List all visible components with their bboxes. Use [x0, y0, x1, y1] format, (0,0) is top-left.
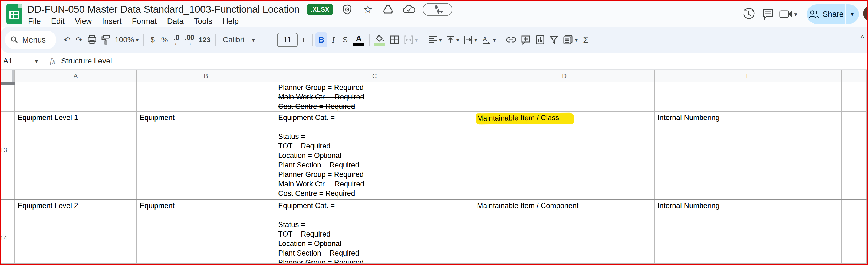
cell-C14[interactable]: Equipment Cat. = Status = TOT = Required…	[275, 200, 474, 264]
menu-file[interactable]: File	[24, 16, 44, 27]
cell-D14-text: Maintainable Item / Component	[474, 200, 654, 211]
meet-video-icon[interactable]	[778, 4, 794, 24]
cell-A12[interactable]	[15, 82, 137, 112]
yellow-highlight-annotation: Maintainable Item / Class	[476, 113, 574, 125]
horizontal-align-button[interactable]: ▾	[426, 32, 444, 47]
cell-reference: A1	[3, 57, 12, 65]
cell-A13[interactable]: Equipment Level 1	[15, 112, 137, 200]
spreadsheet-window: DD-FUN-050 Master Data Standard_1003-Fun…	[0, 0, 868, 265]
cell-B14[interactable]: Equipment	[137, 200, 275, 264]
frozen-row-indicator[interactable]	[1, 82, 15, 85]
menu-format[interactable]: Format	[128, 16, 161, 27]
menu-edit[interactable]: Edit	[48, 16, 68, 27]
cell-E14-text: Internal Numbering	[655, 200, 841, 211]
font-select[interactable]: Calibri ▾	[219, 32, 259, 47]
functions-button[interactable]: Σ	[580, 32, 592, 47]
sheets-logo-icon[interactable]	[6, 4, 22, 24]
column-header-E[interactable]: E	[655, 71, 842, 82]
cell-C12-text: Planner Group = Required Main Work Ctr. …	[275, 82, 474, 111]
merge-cells-button[interactable]: ▾	[402, 32, 420, 47]
vertical-align-button[interactable]: ▾	[444, 32, 462, 47]
undo-button[interactable]: ↶	[61, 32, 73, 47]
font-size-input[interactable]: 11	[277, 33, 298, 47]
cell-A14[interactable]: Equipment Level 2	[15, 200, 137, 264]
bold-button[interactable]: B	[315, 32, 328, 47]
format-currency-button[interactable]: $	[147, 32, 159, 47]
cell-B13-text: Equipment	[137, 112, 275, 123]
cell-A14-text: Equipment Level 2	[15, 200, 136, 211]
insert-comment-button[interactable]	[519, 32, 533, 47]
column-header-B[interactable]: B	[137, 71, 275, 82]
cell-E13-text: Internal Numbering	[655, 112, 841, 123]
insert-link-button[interactable]	[504, 32, 519, 47]
fill-color-button[interactable]	[372, 32, 388, 47]
decrease-decimal-button[interactable]: .0←	[170, 32, 182, 47]
row-header-12-partial[interactable]	[1, 82, 15, 112]
column-header-D[interactable]: D	[474, 71, 655, 82]
add-to-drive-icon[interactable]	[381, 3, 395, 16]
menu-tools[interactable]: Tools	[190, 16, 216, 27]
row-number-14: 14	[1, 234, 7, 242]
cell-D12[interactable]	[474, 82, 655, 112]
document-title[interactable]: DD-FUN-050 Master Data Standard_1003-Fun…	[27, 4, 300, 15]
meet-dropdown-caret[interactable]: ▾	[794, 11, 797, 17]
star-icon[interactable]: ☆	[361, 3, 374, 16]
formula-input[interactable]: Structure Level	[61, 57, 112, 65]
strikethrough-button[interactable]: S	[339, 32, 351, 47]
create-filter-button[interactable]	[547, 32, 561, 47]
menu-data[interactable]: Data	[163, 16, 187, 27]
table-views-button[interactable]: ▾	[561, 32, 580, 47]
cell-B13[interactable]: Equipment	[137, 112, 275, 200]
cell-F13[interactable]	[842, 112, 867, 200]
increase-font-size-button[interactable]: +	[298, 32, 310, 47]
column-header-F-partial[interactable]	[842, 71, 867, 82]
cell-F12[interactable]	[842, 82, 867, 112]
column-header-C[interactable]: C	[275, 71, 474, 82]
more-formats-button[interactable]: 123	[196, 32, 212, 47]
cell-E12[interactable]	[655, 82, 842, 112]
row-header-14[interactable]: 14	[1, 200, 15, 264]
share-button[interactable]: Share ▾	[807, 4, 859, 24]
menu-view[interactable]: View	[71, 16, 95, 27]
redo-button[interactable]: ↷	[73, 32, 85, 47]
menu-insert[interactable]: Insert	[98, 16, 126, 27]
text-wrap-button[interactable]: ▾	[461, 32, 479, 47]
text-rotation-button[interactable]: A ▾	[479, 32, 498, 47]
xlsx-badge: .XLSX	[307, 4, 333, 15]
borders-button[interactable]	[388, 32, 402, 47]
share-dropdown-caret[interactable]: ▾	[846, 4, 859, 24]
cloud-saved-icon[interactable]	[402, 3, 415, 16]
gemini-button[interactable]	[423, 3, 453, 16]
privacy-shield-icon[interactable]	[340, 3, 354, 16]
cell-B12[interactable]	[137, 82, 275, 112]
name-box[interactable]: A1 ▾	[1, 57, 42, 65]
name-box-caret[interactable]: ▾	[35, 58, 38, 64]
collapse-toolbar-caret[interactable]: ^	[861, 34, 864, 43]
version-history-icon[interactable]	[739, 4, 758, 24]
search-menus-button[interactable]: Menus	[5, 31, 56, 49]
cell-F14[interactable]	[842, 200, 867, 264]
row-header-13[interactable]: 13	[1, 112, 15, 200]
select-all-corner[interactable]	[1, 71, 15, 82]
row-number-13: 13	[1, 146, 7, 154]
print-button[interactable]	[85, 32, 99, 47]
app-header: DD-FUN-050 Master Data Standard_1003-Fun…	[1, 1, 867, 27]
text-color-button[interactable]: A	[351, 32, 366, 47]
format-percent-button[interactable]: %	[159, 32, 170, 47]
cell-D14[interactable]: Maintainable Item / Component	[474, 200, 655, 264]
cell-E14[interactable]: Internal Numbering	[655, 200, 842, 264]
cell-C13[interactable]: Equipment Cat. = Status = TOT = Required…	[275, 112, 474, 200]
decrease-font-size-button[interactable]: −	[265, 32, 277, 47]
italic-button[interactable]: I	[328, 32, 339, 47]
cell-E13[interactable]: Internal Numbering	[655, 112, 842, 200]
zoom-select[interactable]: 100% ▾	[113, 32, 141, 47]
paint-format-button[interactable]	[99, 32, 113, 47]
increase-decimal-button[interactable]: .00→	[182, 32, 196, 47]
insert-chart-button[interactable]	[533, 32, 547, 47]
comments-icon[interactable]	[758, 4, 778, 24]
cell-D13[interactable]: Maintainable Item / Class	[474, 112, 655, 200]
column-header-A[interactable]: A	[15, 71, 137, 82]
menu-help[interactable]: Help	[219, 16, 242, 27]
toolbar: Menus ↶ ↷ 100% ▾ $ % .0← .00→ 123 Calibr…	[1, 27, 867, 53]
cell-C12[interactable]: Planner Group = Required Main Work Ctr. …	[275, 82, 474, 112]
